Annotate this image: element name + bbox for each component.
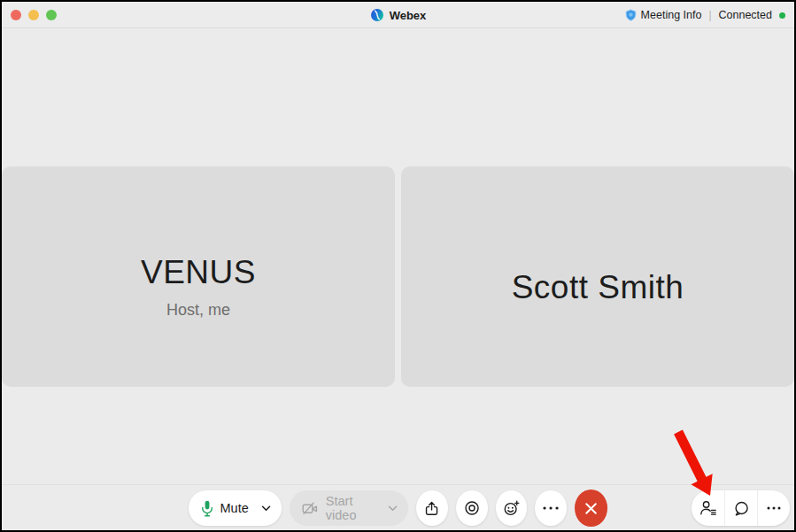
audio-options-chevron-down-icon[interactable]	[261, 505, 271, 512]
close-x-icon	[584, 502, 598, 515]
meeting-info-label: Meeting Info	[641, 9, 702, 21]
start-video-button[interactable]: Start video	[290, 490, 408, 526]
participant-name: VENUS	[141, 256, 256, 289]
record-button[interactable]	[456, 490, 488, 526]
center-controls: Mute Start video	[189, 490, 608, 527]
video-options-chevron-down-icon[interactable]	[388, 505, 398, 512]
window-title: Webex	[390, 9, 427, 22]
leave-meeting-button[interactable]	[575, 490, 608, 527]
participant-tile-scott-smith[interactable]: Scott Smith	[401, 166, 794, 387]
mute-button[interactable]: Mute	[189, 490, 282, 526]
participant-tile-venus[interactable]: VENUS Host, me	[2, 166, 395, 387]
traffic-lights	[11, 2, 57, 28]
start-video-button-label: Start video	[326, 494, 375, 522]
share-icon	[424, 501, 439, 516]
smiley-plus-icon	[503, 500, 520, 517]
share-content-button[interactable]	[416, 490, 448, 526]
shield-icon	[625, 9, 637, 21]
reactions-button[interactable]	[496, 490, 528, 526]
ellipsis-icon	[543, 506, 559, 510]
participants-button[interactable]	[692, 490, 724, 526]
chat-button[interactable]	[724, 490, 757, 526]
titlebar-divider: |	[708, 9, 711, 21]
more-options-button[interactable]	[535, 490, 567, 526]
record-icon	[464, 500, 480, 516]
close-window-button[interactable]	[11, 10, 21, 20]
zoom-window-button[interactable]	[46, 10, 57, 20]
meeting-info-button[interactable]: Meeting Info	[625, 9, 702, 21]
webex-meeting-window: Webex Meeting Info | Connected VENUS Ho	[0, 0, 796, 532]
webex-logo-icon	[370, 8, 384, 22]
titlebar: Webex Meeting Info | Connected	[2, 2, 794, 28]
video-stage: VENUS Host, me Scott Smith	[2, 29, 794, 484]
panel-more-button[interactable]	[757, 490, 790, 526]
connected-status-dot	[779, 12, 785, 19]
connection-status-label: Connected	[719, 9, 772, 21]
participants-icon	[699, 500, 717, 516]
titlebar-right: Meeting Info | Connected	[625, 2, 785, 28]
mute-button-label: Mute	[220, 501, 249, 515]
camera-off-icon	[302, 502, 319, 515]
participant-subtitle: Host, me	[141, 301, 256, 320]
control-bar: Mute Start video	[2, 484, 794, 530]
minimize-window-button[interactable]	[28, 10, 39, 20]
microphone-icon	[201, 500, 213, 517]
participant-name: Scott Smith	[512, 271, 684, 304]
ellipsis-icon	[767, 506, 781, 510]
chat-bubble-icon	[733, 500, 750, 517]
panel-buttons-group	[692, 490, 790, 526]
